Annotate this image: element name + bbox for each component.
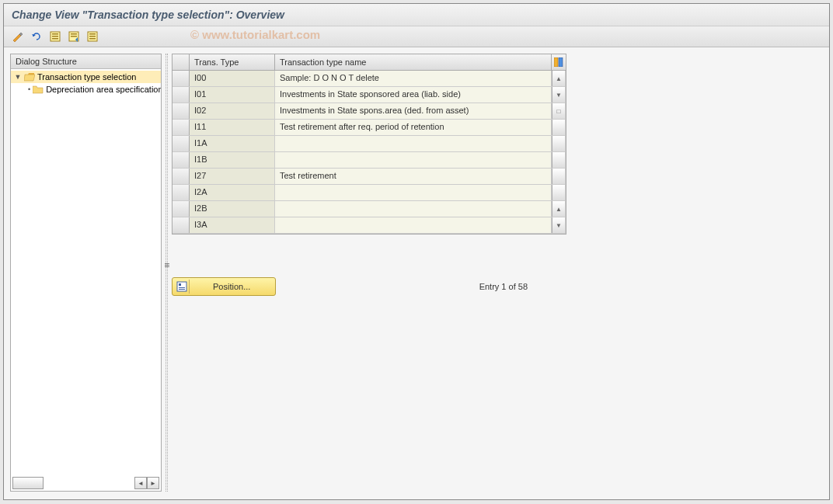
svg-rect-8	[89, 33, 96, 35]
export-icon[interactable]	[85, 30, 100, 43]
scroll-cell[interactable]: □	[552, 103, 566, 119]
table-row[interactable]: I2B▲	[173, 201, 566, 217]
svg-rect-6	[71, 36, 77, 37]
tree-item-depreciation[interactable]: • Depreciation area specification	[11, 83, 161, 96]
tree-item-transaction-type[interactable]: ▼ Transaction type selection	[11, 71, 161, 83]
scroll-right-icon[interactable]: ►	[147, 477, 159, 489]
table-row[interactable]: I1B	[173, 152, 566, 169]
scroll-cell[interactable]	[552, 152, 566, 168]
main-area: Trans. Type Transaction type name I00Sam…	[172, 54, 823, 492]
tree-label: Transaction type selection	[37, 72, 136, 82]
row-selector[interactable]	[173, 185, 190, 200]
svg-rect-9	[89, 36, 96, 37]
table-row[interactable]: I1A	[173, 136, 566, 152]
dialog-structure-panel: Dialog Structure ▼ Transaction type sele…	[10, 54, 162, 492]
cell-trans-type[interactable]: I11	[190, 120, 275, 135]
table-row[interactable]: I02Investments in State spons.area (ded.…	[173, 103, 566, 120]
row-selector[interactable]	[173, 103, 190, 119]
scroll-thumb[interactable]	[12, 477, 44, 489]
table-row[interactable]: I11Test retirement after req. period of …	[173, 120, 566, 136]
sidebar-title: Dialog Structure	[11, 54, 161, 69]
table-row[interactable]: I27Test retirement	[173, 169, 566, 185]
cell-trans-type[interactable]: I01	[190, 87, 275, 103]
cell-trans-name[interactable]: Investments in State spons.area (ded. fr…	[275, 103, 552, 119]
scroll-cell[interactable]: ▲	[552, 71, 566, 86]
cell-trans-type[interactable]: I27	[190, 169, 275, 184]
cell-trans-name[interactable]	[275, 136, 552, 151]
splitter[interactable]	[166, 54, 168, 492]
row-selector[interactable]	[173, 217, 190, 233]
row-selector[interactable]	[173, 87, 190, 103]
svg-rect-3	[52, 38, 58, 40]
cell-trans-type[interactable]: I3A	[190, 217, 275, 233]
scroll-cell[interactable]: ▲	[552, 201, 566, 217]
position-label: Position...	[190, 280, 274, 293]
scroll-cell[interactable]: ▼	[552, 217, 566, 233]
cell-trans-name[interactable]: Test retirement after req. period of ret…	[275, 120, 552, 135]
page-title: Change View "Transaction type selection"…	[4, 4, 829, 26]
tree: ▼ Transaction type selection • Depreciat…	[11, 69, 161, 97]
save-icon[interactable]	[66, 30, 82, 43]
scroll-cell[interactable]	[552, 169, 566, 184]
scroll-cell[interactable]	[552, 185, 566, 200]
sidebar-hscroll: ◄ ►	[12, 477, 159, 489]
undo-icon[interactable]	[29, 30, 44, 43]
cell-trans-type[interactable]: I2A	[190, 185, 275, 200]
table-row[interactable]: I00Sample: D O N O T delete▲	[173, 71, 566, 87]
row-selector[interactable]	[173, 71, 190, 86]
footer: Position... Entry 1 of 58	[172, 277, 566, 296]
svg-rect-13	[177, 282, 186, 291]
table-row[interactable]: I01Investments in State sponsored area (…	[173, 87, 566, 103]
col-header-type[interactable]: Trans. Type	[190, 54, 275, 70]
svg-rect-15	[179, 287, 185, 288]
cell-trans-name[interactable]	[275, 201, 552, 217]
col-header-name[interactable]: Transaction type name	[275, 54, 552, 70]
grid-header: Trans. Type Transaction type name	[173, 54, 566, 71]
cell-trans-name[interactable]	[275, 217, 552, 233]
svg-rect-10	[89, 38, 96, 40]
scroll-left-icon[interactable]: ◄	[134, 477, 147, 489]
row-selector[interactable]	[173, 201, 190, 217]
cell-trans-type[interactable]: I1A	[190, 136, 275, 151]
svg-rect-2	[52, 36, 58, 37]
caret-down-icon[interactable]: ▼	[14, 73, 22, 81]
cell-trans-type[interactable]: I00	[190, 71, 275, 86]
row-selector[interactable]	[173, 120, 190, 135]
select-all-column[interactable]	[173, 54, 190, 70]
row-selector[interactable]	[173, 152, 190, 168]
cell-trans-type[interactable]: I1B	[190, 152, 275, 168]
svg-rect-11	[554, 57, 558, 67]
splitter-handle-icon[interactable]	[165, 263, 169, 269]
cell-trans-name[interactable]: Sample: D O N O T delete	[275, 71, 552, 86]
svg-rect-5	[71, 33, 77, 35]
position-button[interactable]: Position...	[172, 277, 276, 296]
cell-trans-type[interactable]: I2B	[190, 201, 275, 217]
position-icon	[174, 280, 190, 294]
folder-open-icon	[24, 73, 35, 82]
select-all-icon[interactable]	[47, 30, 63, 43]
row-selector[interactable]	[173, 169, 190, 184]
cell-trans-name[interactable]	[275, 185, 552, 200]
cell-trans-name[interactable]: Investments in State sponsored area (lia…	[275, 87, 552, 103]
svg-rect-1	[52, 33, 58, 35]
folder-icon	[33, 85, 44, 94]
cell-trans-type[interactable]: I02	[190, 103, 275, 119]
table-row[interactable]: I3A▼	[173, 217, 566, 234]
change-icon[interactable]	[10, 30, 26, 43]
config-columns-icon[interactable]	[552, 54, 566, 70]
cell-trans-name[interactable]	[275, 152, 552, 168]
scroll-cell[interactable]	[552, 136, 566, 151]
grid: Trans. Type Transaction type name I00Sam…	[172, 54, 566, 235]
toolbar: © www.tutorialkart.com	[4, 26, 829, 47]
svg-rect-14	[179, 283, 181, 286]
scroll-cell[interactable]: ▼	[552, 87, 566, 103]
table-row[interactable]: I2A	[173, 185, 566, 201]
entry-counter: Entry 1 of 58	[479, 282, 528, 291]
watermark: © www.tutorialkart.com	[190, 28, 320, 41]
scroll-cell[interactable]	[552, 120, 566, 135]
row-selector[interactable]	[173, 136, 190, 151]
bullet-icon: •	[28, 85, 30, 93]
cell-trans-name[interactable]: Test retirement	[275, 169, 552, 184]
svg-rect-16	[179, 289, 185, 290]
svg-rect-12	[559, 57, 563, 67]
